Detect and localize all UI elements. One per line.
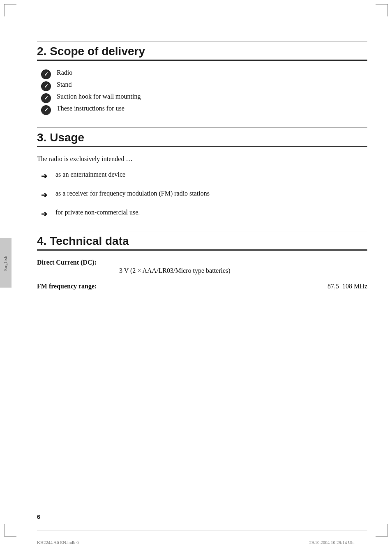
technical-data-rows: Direct Current (DC): 3 V (2 × AAA/LR03/M… xyxy=(37,259,367,290)
section3-divider-top xyxy=(37,127,367,128)
footer-file: KH2244 A6 EN.indb 6 xyxy=(37,540,78,545)
footer-divider xyxy=(37,530,367,530)
check-icon xyxy=(41,69,51,79)
usage-bullet-receiver: as a receiver for frequency modulation (… xyxy=(55,190,210,197)
check-icon xyxy=(41,81,51,91)
tech-row-fm: FM frequency range: 87,5–108 MHz xyxy=(37,283,367,290)
list-item: ➔ for private non-commercial use. xyxy=(41,209,367,219)
corner-mark-top-right xyxy=(376,4,388,16)
arrow-icon: ➔ xyxy=(41,172,47,181)
section3-title: 3. Usage xyxy=(37,131,367,144)
delivery-item-instructions: These instructions for use xyxy=(57,105,125,112)
section3-divider-bottom xyxy=(37,146,367,147)
usage-intro: The radio is exclusively intended … xyxy=(37,155,367,163)
corner-mark-top-left xyxy=(4,4,16,16)
arrow-icon: ➔ xyxy=(41,210,47,219)
tech-row-dc: Direct Current (DC): 3 V (2 × AAA/LR03/M… xyxy=(37,259,367,274)
list-item: These instructions for use xyxy=(41,105,367,115)
tech-label-dc: Direct Current (DC): xyxy=(37,259,367,266)
tech-value-dc: 3 V (2 × AAA/LR03/Micro type batteries) xyxy=(119,267,367,274)
section4-title: 4. Technical data xyxy=(37,235,367,248)
footer-date: 29.10.2004 10:29:14 Uhr xyxy=(309,540,355,545)
section-technical-data: 4. Technical data Direct Current (DC): 3… xyxy=(37,231,367,290)
section-scope-of-delivery: 2. Scope of delivery Radio Stand Suction… xyxy=(37,41,367,115)
page-number: 6 xyxy=(37,514,40,520)
footer-info: KH2244 A6 EN.indb 6 29.10.2004 10:29:14 … xyxy=(0,540,392,545)
section4-divider-top xyxy=(37,231,367,231)
check-icon xyxy=(41,105,51,115)
tech-value-fm: 87,5–108 MHz xyxy=(285,283,367,290)
delivery-item-stand: Stand xyxy=(57,81,71,88)
side-tab-label: English xyxy=(4,255,8,271)
delivery-item-suction: Suction hook for wall mounting xyxy=(57,93,141,100)
corner-mark-bottom-left xyxy=(4,524,16,537)
list-item: Stand xyxy=(41,81,367,91)
section2-title: 2. Scope of delivery xyxy=(37,45,367,58)
arrow-icon: ➔ xyxy=(41,191,47,200)
list-item: ➔ as a receiver for frequency modulation… xyxy=(41,190,367,200)
corner-mark-bottom-right xyxy=(376,524,388,537)
list-item: Suction hook for wall mounting xyxy=(41,93,367,103)
section4-divider-bottom xyxy=(37,249,367,251)
page: English 2. Scope of delivery Radio Stand… xyxy=(0,0,392,553)
delivery-item-radio: Radio xyxy=(57,69,72,76)
section2-divider-top xyxy=(37,41,367,41)
usage-bullet-private: for private non-commercial use. xyxy=(55,209,140,216)
side-tab: English xyxy=(0,238,12,288)
usage-bullet-entertainment: as an entertainment device xyxy=(55,171,125,178)
list-item: Radio xyxy=(41,69,367,79)
list-item: ➔ as an entertainment device xyxy=(41,171,367,181)
main-content: 2. Scope of delivery Radio Stand Suction… xyxy=(37,0,367,290)
delivery-list: Radio Stand Suction hook for wall mounti… xyxy=(41,69,367,115)
tech-label-fm: FM frequency range: xyxy=(37,283,285,290)
section2-divider-bottom xyxy=(37,60,367,61)
check-icon xyxy=(41,93,51,103)
section-usage: 3. Usage The radio is exclusively intend… xyxy=(37,127,367,219)
usage-arrow-list: ➔ as an entertainment device ➔ as a rece… xyxy=(41,171,367,219)
